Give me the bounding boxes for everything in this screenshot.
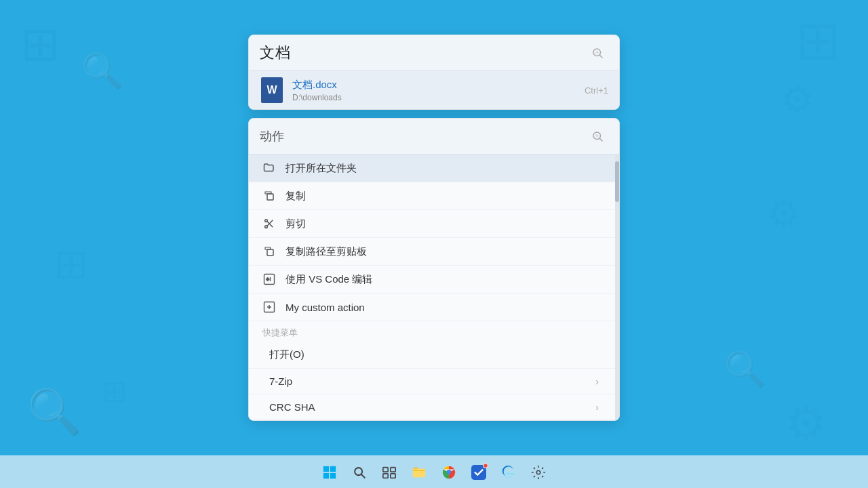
svg-point-26 xyxy=(447,470,451,474)
taskbar-edge[interactable] xyxy=(498,462,519,483)
svg-point-7 xyxy=(265,220,268,222)
taskbar-task-view[interactable] xyxy=(378,462,400,483)
action-label-copy: 复制 xyxy=(285,190,606,203)
svg-point-28 xyxy=(536,470,540,474)
result-path: D:\downloads xyxy=(292,93,576,102)
panel-wrapper: 文档 W 文档.docx D:\downloads xyxy=(248,35,620,421)
taskbar-windows-start[interactable] xyxy=(319,462,340,483)
copy-icon xyxy=(262,189,276,203)
result-filename: 文档.docx xyxy=(292,79,576,92)
action-open-folder[interactable]: 打开所在文件夹 xyxy=(249,155,619,182)
quick-action-7zip[interactable]: 7-Zip › xyxy=(249,369,619,394)
action-label-open-folder: 打开所在文件夹 xyxy=(285,162,606,175)
svg-rect-13 xyxy=(323,466,329,471)
taskbar xyxy=(0,455,868,488)
svg-rect-21 xyxy=(383,473,388,477)
scrollbar-thumb[interactable] xyxy=(615,161,619,202)
action-list: 打开所在文件夹 复制 xyxy=(249,155,619,420)
action-label-vscode: 使用 VS Code 编辑 xyxy=(285,273,606,286)
svg-rect-9 xyxy=(267,249,273,256)
actions-title: 动作 xyxy=(260,128,587,144)
svg-point-5 xyxy=(595,134,599,138)
result-info: 文档.docx D:\downloads xyxy=(292,79,576,102)
word-icon: W xyxy=(261,77,283,103)
taskbar-settings[interactable] xyxy=(528,462,549,483)
action-cut[interactable]: 剪切 xyxy=(249,210,619,238)
svg-line-18 xyxy=(361,474,366,478)
scrollbar-track xyxy=(615,155,619,420)
action-copy[interactable]: 复制 xyxy=(249,182,619,210)
actions-body: 打开所在文件夹 复制 xyxy=(249,155,619,420)
svg-rect-14 xyxy=(330,466,336,471)
action-copy-path[interactable]: 复制路径至剪贴板 xyxy=(249,238,619,266)
quick-menu-label: 快捷菜单 xyxy=(249,321,619,342)
actions-header: 动作 xyxy=(249,119,619,155)
svg-point-17 xyxy=(355,468,362,475)
chevron-right-icon-7zip: › xyxy=(595,376,599,387)
svg-rect-6 xyxy=(267,194,273,200)
svg-line-1 xyxy=(599,55,602,58)
svg-point-2 xyxy=(595,51,599,54)
svg-rect-16 xyxy=(330,472,336,478)
taskbar-chrome[interactable] xyxy=(438,462,460,483)
action-vscode[interactable]: 使用 VS Code 编辑 xyxy=(249,266,619,293)
taskbar-file-explorer[interactable] xyxy=(408,462,430,483)
svg-rect-19 xyxy=(383,467,388,471)
taskbar-search[interactable] xyxy=(349,462,370,483)
action-label-custom: My custom action xyxy=(285,302,606,313)
copy-path-icon xyxy=(262,245,276,258)
quick-action-open[interactable]: 打开(O) xyxy=(249,342,619,369)
svg-rect-20 xyxy=(391,467,395,471)
svg-line-4 xyxy=(599,138,602,141)
action-label-cut: 剪切 xyxy=(285,218,606,230)
result-shortcut: Ctrl+1 xyxy=(585,85,608,96)
svg-rect-22 xyxy=(391,473,395,477)
scissors-icon xyxy=(262,217,276,230)
quick-action-label-crcsha: CRC SHA xyxy=(269,401,586,413)
vscode-icon xyxy=(262,272,276,286)
svg-rect-15 xyxy=(323,472,329,478)
actions-panel: 动作 xyxy=(248,118,620,421)
search-icon[interactable] xyxy=(587,42,608,64)
search-result-item[interactable]: W 文档.docx D:\downloads Ctrl+1 xyxy=(249,70,619,109)
search-query[interactable]: 文档 xyxy=(260,43,587,63)
action-custom[interactable]: My custom action xyxy=(249,293,619,321)
actions-search-icon[interactable] xyxy=(587,125,608,147)
quick-action-crcsha[interactable]: CRC SHA › xyxy=(249,394,619,420)
action-label-copy-path: 复制路径至剪贴板 xyxy=(285,245,606,258)
search-panel: 文档 W 文档.docx D:\downloads xyxy=(248,35,620,110)
notification-badge xyxy=(483,463,488,468)
main-content: 文档 W 文档.docx D:\downloads xyxy=(0,0,868,455)
chevron-right-icon-crcsha: › xyxy=(595,402,599,413)
taskbar-todo[interactable] xyxy=(468,462,490,483)
word-icon-letter: W xyxy=(267,84,277,96)
search-input-row: 文档 xyxy=(249,35,619,70)
file-icon: W xyxy=(260,78,284,102)
quick-action-label-7zip: 7-Zip xyxy=(269,375,586,387)
svg-point-8 xyxy=(265,226,268,228)
svg-rect-23 xyxy=(413,468,425,477)
folder-icon xyxy=(262,161,276,175)
quick-action-label-open: 打开(O) xyxy=(269,348,599,361)
custom-action-icon xyxy=(262,300,276,314)
